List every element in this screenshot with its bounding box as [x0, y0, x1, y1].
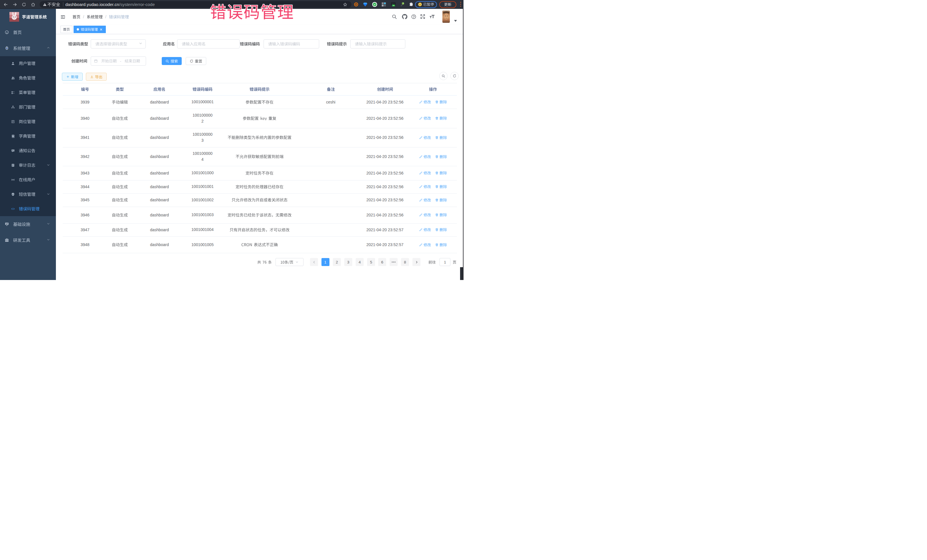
- svg-text:on: on: [393, 5, 395, 6]
